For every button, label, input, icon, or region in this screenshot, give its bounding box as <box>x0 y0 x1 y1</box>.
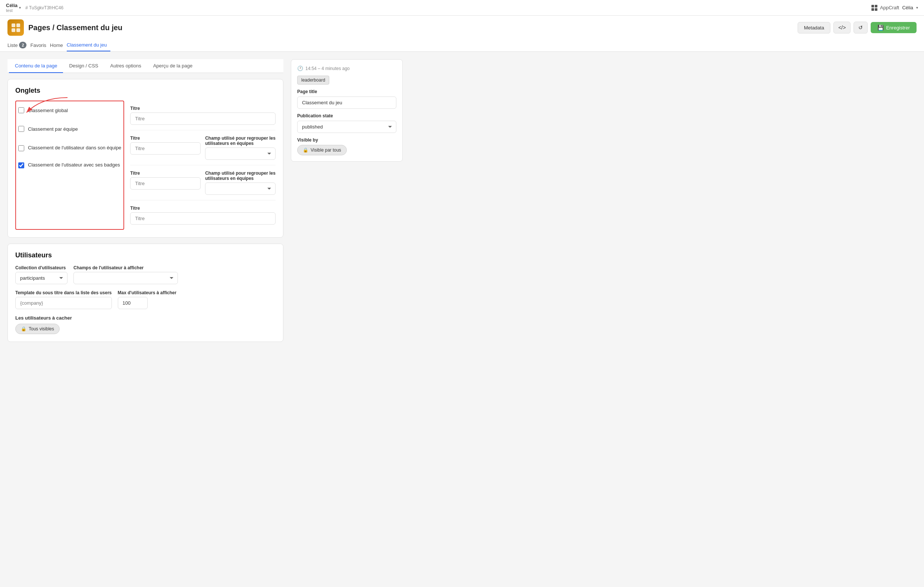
tab-apercu[interactable]: Aperçu de la page <box>147 59 199 73</box>
topbar-right: AppCraft Célia ▾ <box>871 5 918 11</box>
onglet-row-1: Classement global <box>18 102 121 118</box>
champ-label-3: Champ utilisé pour regrouper les utilisa… <box>205 171 276 181</box>
onglet-row-2: Classement par équipe <box>18 118 121 139</box>
topbar-user[interactable]: Célia test ▾ <box>6 3 21 13</box>
page-title-section: Page title <box>297 89 396 113</box>
content-right: 🕐 14:54 – 4 minutes ago leaderboard Page… <box>291 59 403 587</box>
metadata-button[interactable]: Metadata <box>798 22 830 33</box>
publication-section: Publication state published draft privat… <box>297 113 396 137</box>
onglets-panel: Onglets Classement global <box>7 79 284 238</box>
page-title-input[interactable] <box>297 97 396 109</box>
page-header: Pages / Classement du jeu Metadata </> ↺… <box>0 16 924 52</box>
cacher-label: Les utilisateurs à cacher <box>15 315 276 321</box>
checkbox-classement-global[interactable] <box>18 107 24 113</box>
appcraft-logo: AppCraft <box>871 5 899 11</box>
breadcrumb-item-favoris[interactable]: Favoris <box>30 39 50 51</box>
checkbox-column: Classement global Classement par équipe … <box>15 100 124 230</box>
user-subtitle: test <box>6 8 18 13</box>
titre-label-2: Titre <box>130 136 201 141</box>
visible-lock-icon: 🔒 <box>303 148 309 153</box>
breadcrumb-item-liste[interactable]: Liste 2 <box>7 39 30 51</box>
titre-group-3: Titre <box>130 171 201 195</box>
checkbox-classement-badges[interactable] <box>18 163 24 168</box>
right-panel: 🕐 14:54 – 4 minutes ago leaderboard Page… <box>291 59 403 162</box>
onglet-label-2: Classement par équipe <box>28 126 78 132</box>
page-title-label: Page title <box>297 89 396 94</box>
breadcrumb-item-active[interactable]: Classement du jeu <box>67 39 111 51</box>
visibles-button[interactable]: 🔒 Tous visibles <box>15 324 59 334</box>
titre-label-4: Titre <box>130 206 276 211</box>
breadcrumb-nav: Liste 2 Favoris Home Classement du jeu <box>7 39 917 51</box>
checkbox-classement-equipe[interactable] <box>18 126 24 132</box>
titre-input-3[interactable] <box>130 177 201 189</box>
liste-badge: 2 <box>19 42 26 48</box>
tab-contenu[interactable]: Contenu de la page <box>9 59 63 73</box>
breadcrumb-item-home[interactable]: Home <box>50 39 67 51</box>
fields-column: Titre Titre Champ utilisé pour regrouper… <box>130 100 276 230</box>
template-field: Template du sous titre dans la liste des… <box>15 290 112 309</box>
champ-select-2[interactable] <box>205 148 276 160</box>
titre-label-3: Titre <box>130 171 201 176</box>
collection-field: Collection d'utilisateurs participants u… <box>15 265 68 284</box>
code-button[interactable]: </> <box>833 21 851 33</box>
collection-select[interactable]: participants users teams <box>15 272 68 284</box>
tab-autres[interactable]: Autres options <box>104 59 147 73</box>
titre-label-1: Titre <box>130 106 276 111</box>
tab-bar: Contenu de la page Design / CSS Autres o… <box>7 59 284 73</box>
titre-group-2: Titre <box>130 136 201 160</box>
topbar-right-user[interactable]: Célia <box>902 5 913 10</box>
onglet-row-3: Classement de l'utilisateur dans son équ… <box>18 139 121 156</box>
main-content: Contenu de la page Design / CSS Autres o… <box>0 52 924 587</box>
onglet-label-1: Classement global <box>28 108 68 113</box>
svg-rect-0 <box>871 5 874 7</box>
titre-input-1[interactable] <box>130 112 276 125</box>
utilisateurs-panel: Utilisateurs Collection d'utilisateurs p… <box>7 243 284 342</box>
template-label: Template du sous titre dans la liste des… <box>15 290 112 295</box>
panel-time: 🕐 14:54 – 4 minutes ago <box>297 66 396 71</box>
titre-input-4[interactable] <box>130 212 276 225</box>
fields-row-3: Titre Champ utilisé pour regrouper les u… <box>130 165 276 201</box>
topbar: Célia test ▾ # TuSgkvT3frHC46 AppCraft C… <box>0 0 924 16</box>
cacher-section: Les utilisateurs à cacher 🔒 Tous visible… <box>15 315 276 334</box>
champs-label: Champs de l'utilisateur à afficher <box>73 265 178 270</box>
onglets-content: Classement global Classement par équipe … <box>15 100 276 230</box>
page-header-top: Pages / Classement du jeu Metadata </> ↺… <box>7 20 917 36</box>
max-field: Max d'utilisateurs à afficher <box>118 290 177 309</box>
page-header-actions: Metadata </> ↺ 💾 Enregistrer <box>798 21 917 33</box>
champ-select-3[interactable] <box>205 183 276 195</box>
publication-select[interactable]: published draft private <box>297 121 396 133</box>
page-title: Pages / Classement du jeu <box>28 23 122 32</box>
utilisateurs-title: Utilisateurs <box>15 252 276 259</box>
topbar-left: Célia test ▾ # TuSgkvT3frHC46 <box>6 3 63 13</box>
visible-by-button[interactable]: 🔒 Visible par tous <box>297 145 347 155</box>
champs-select[interactable] <box>73 272 178 284</box>
titre-input-2[interactable] <box>130 142 201 155</box>
svg-rect-1 <box>875 5 878 7</box>
user-dropdown-chevron-icon[interactable]: ▾ <box>916 6 918 10</box>
champ-label-2: Champ utilisé pour regrouper les utilisa… <box>205 136 276 146</box>
clock-icon: 🕐 <box>297 66 303 71</box>
history-button[interactable]: ↺ <box>853 21 868 33</box>
user-name: Célia <box>6 3 18 8</box>
save-button[interactable]: 💾 Enregistrer <box>871 22 917 33</box>
onglet-row-4: Classement de l'utisateur avec ses badge… <box>18 156 121 174</box>
champs-field: Champs de l'utilisateur à afficher <box>73 265 178 284</box>
publication-label: Publication state <box>297 113 396 118</box>
visible-by-section: Visible by 🔒 Visible par tous <box>297 137 396 155</box>
lock-icon: 🔒 <box>21 326 26 332</box>
tab-design[interactable]: Design / CSS <box>63 59 104 73</box>
onglet-label-3: Classement de l'utilisateur dans son équ… <box>28 145 121 151</box>
svg-rect-3 <box>875 8 878 11</box>
champ-group-3: Champ utilisé pour regrouper les utilisa… <box>205 171 276 195</box>
svg-rect-2 <box>871 8 874 11</box>
save-icon: 💾 <box>878 25 884 31</box>
max-input[interactable] <box>118 297 148 309</box>
onglet-label-4: Classement de l'utisateur avec ses badge… <box>28 162 120 168</box>
checkbox-classement-utilisateur[interactable] <box>18 145 24 151</box>
content-left: Contenu de la page Design / CSS Autres o… <box>7 59 284 587</box>
grid-icon <box>871 5 878 11</box>
visible-by-label: Visible by <box>297 137 396 143</box>
template-input[interactable] <box>15 297 112 309</box>
hash-id: # TuSgkvT3frHC46 <box>25 5 63 10</box>
fields-row-4: Titre <box>130 201 276 230</box>
